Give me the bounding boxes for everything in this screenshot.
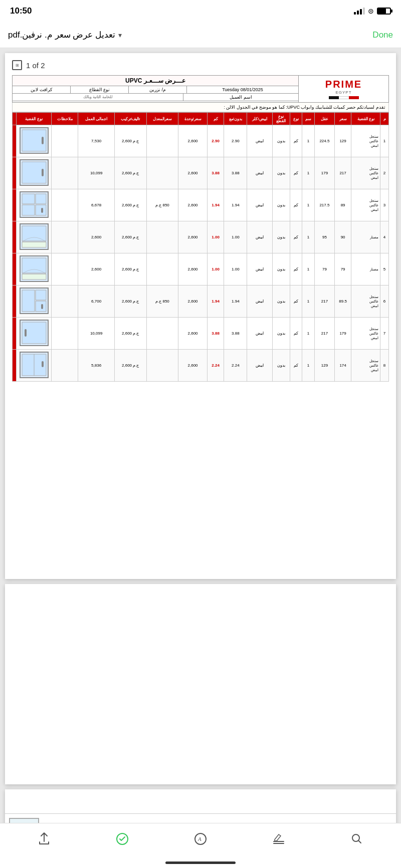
col-glass: نوعالقطع bbox=[272, 113, 290, 125]
cell-labor: ج.م 2,600 bbox=[114, 157, 146, 189]
cell-red-border bbox=[13, 157, 17, 189]
svg-rect-14 bbox=[22, 242, 46, 247]
table-row: 5 مصنار 79 79 1 كم بدون ابيض 1.00 1.00 2… bbox=[13, 253, 389, 285]
cell-width: 79 bbox=[314, 253, 334, 285]
cell-craft: 2,600 bbox=[178, 350, 208, 382]
cell-type: ستجل عاكس ابيض bbox=[351, 285, 380, 318]
cell-price: 129 bbox=[334, 125, 351, 157]
cell-note1: كم bbox=[290, 318, 302, 350]
col-img: نوع القضبة bbox=[17, 113, 52, 125]
table-row: 3 ستجل عاكس ابيض 89 217.5 1 كم بدون ابيض… bbox=[13, 189, 389, 221]
cell-num: 5 bbox=[380, 253, 389, 285]
cell-img bbox=[17, 189, 52, 221]
battery-icon bbox=[377, 8, 391, 15]
cell-unit-price: 2.24 bbox=[224, 350, 247, 382]
cell-craft: 2,600 bbox=[178, 157, 208, 189]
chevron-down-icon[interactable]: ▾ bbox=[118, 31, 122, 39]
cell-width: 179 bbox=[314, 157, 334, 189]
done-button[interactable]: Done bbox=[372, 30, 393, 40]
header-title-row: عـــرض ســـعـر UPVC bbox=[13, 76, 298, 86]
cell-unit-price: 1.00 bbox=[224, 221, 247, 253]
col-note: نوع bbox=[290, 113, 302, 125]
table-row: 2 ستجل عاكس ابيض 217 179 1 كم بدون ابيض … bbox=[13, 157, 389, 189]
date-cell: Tuesday 08/01/2025 bbox=[186, 86, 298, 93]
col-red-price: سعرالمعدل bbox=[146, 113, 178, 125]
cell-remarks bbox=[52, 285, 78, 318]
cell-remarks bbox=[52, 350, 78, 382]
cell-price: 79 bbox=[334, 253, 351, 285]
cell-price: 90 bbox=[334, 221, 351, 253]
cell-remarks bbox=[52, 125, 78, 157]
share-button[interactable] bbox=[29, 832, 59, 849]
cell-img bbox=[17, 157, 52, 189]
cell-red-border bbox=[13, 221, 17, 253]
col-price: سعر bbox=[334, 113, 351, 125]
svg-text:A: A bbox=[197, 836, 202, 842]
annotate-button[interactable]: A bbox=[185, 832, 216, 849]
cell-unit-price: 1.94 bbox=[224, 285, 247, 318]
main-table: م نوع القضبة سعر عقل سم نوع نوعالقطع ابي… bbox=[12, 112, 389, 382]
cell-note1: كم bbox=[290, 350, 302, 382]
cell-total: 2,600 bbox=[78, 221, 115, 253]
cutting-cell: نوع القطاع bbox=[70, 86, 128, 93]
status-bar: 10:50 ⊜ bbox=[0, 0, 401, 22]
cell-color: ابيض bbox=[247, 125, 272, 157]
cell-width: 217 bbox=[314, 285, 334, 318]
col-without: بدون/مع bbox=[224, 113, 247, 125]
flag-strip bbox=[329, 96, 359, 99]
cell-glass: بدون bbox=[272, 253, 290, 285]
col-remarks: ملاحظات bbox=[52, 113, 78, 125]
svg-rect-22 bbox=[41, 304, 43, 309]
svg-rect-7 bbox=[22, 194, 35, 204]
table-row: 7 ستجل عاكس ابيض 179 217 1 كم بدون ابيض … bbox=[13, 318, 389, 350]
cell-craft: 2,600 bbox=[178, 285, 208, 318]
cell-red-price: 3.88 bbox=[207, 318, 224, 350]
search-button[interactable] bbox=[342, 832, 372, 849]
svg-rect-10 bbox=[36, 205, 46, 215]
cell-type: ستجل عاكس ابيض bbox=[351, 318, 380, 350]
cell-img bbox=[17, 285, 52, 318]
cell-total: 6,700 bbox=[78, 285, 115, 318]
kraft-cell: كرافت لاين bbox=[13, 86, 70, 93]
cell-img bbox=[17, 221, 52, 253]
cell-type: ستجل عاكس ابيض bbox=[351, 350, 380, 382]
logo-area: PRIME EGYPT bbox=[298, 76, 388, 102]
cell-work: 850 ج.م bbox=[146, 285, 178, 318]
markup-button[interactable] bbox=[107, 832, 137, 849]
cell-labor: ج.م 2,600 bbox=[114, 318, 146, 350]
cell-num: 1 bbox=[380, 125, 389, 157]
cell-type: مصنار bbox=[351, 221, 380, 253]
annotate-icon: A bbox=[193, 832, 208, 849]
cell-glass: بدون bbox=[272, 318, 290, 350]
cell-red-price: 2.24 bbox=[207, 350, 224, 382]
cell-width: 95 bbox=[314, 221, 334, 253]
cell-count: 1 bbox=[302, 125, 314, 157]
cell-red-price: 1.94 bbox=[207, 189, 224, 221]
table-row: 4 مصنار 90 95 1 كم بدون ابيض 1.00 1.00 2… bbox=[13, 221, 389, 253]
cell-labor: ج.م 2,600 bbox=[114, 125, 146, 157]
cell-work bbox=[146, 350, 178, 382]
cell-work bbox=[146, 157, 178, 189]
page-icon: ⊞ bbox=[12, 60, 22, 70]
nav-title: تعديل عرض سعر م. نرفين.pdf bbox=[8, 30, 115, 40]
page-area: ⊞ 1 of 2 PRIME EGYPT bbox=[0, 48, 401, 868]
svg-rect-11 bbox=[41, 208, 43, 213]
cell-price: 89 bbox=[334, 189, 351, 221]
cell-remarks bbox=[52, 253, 78, 285]
cell-glass: بدون bbox=[272, 157, 290, 189]
cell-note1: كم bbox=[290, 125, 302, 157]
cell-red-border bbox=[13, 125, 17, 157]
cell-glass: بدون bbox=[272, 350, 290, 382]
table-header-row: م نوع القضبة سعر عقل سم نوع نوعالقطع ابي… bbox=[13, 113, 389, 125]
cell-color: ابيض bbox=[247, 221, 272, 253]
cell-width: 129 bbox=[314, 350, 334, 382]
cell-red-price: 1.94 bbox=[207, 285, 224, 318]
svg-rect-5 bbox=[42, 169, 44, 176]
cell-price: 174 bbox=[334, 350, 351, 382]
draw-button[interactable] bbox=[264, 832, 294, 849]
header-info: عـــرض ســـعـر UPVC Tuesday 08/01/2025 م… bbox=[13, 76, 298, 102]
cell-color: ابيض bbox=[247, 157, 272, 189]
cell-img bbox=[17, 125, 52, 157]
col-num: م bbox=[380, 113, 389, 125]
cell-remarks bbox=[52, 157, 78, 189]
